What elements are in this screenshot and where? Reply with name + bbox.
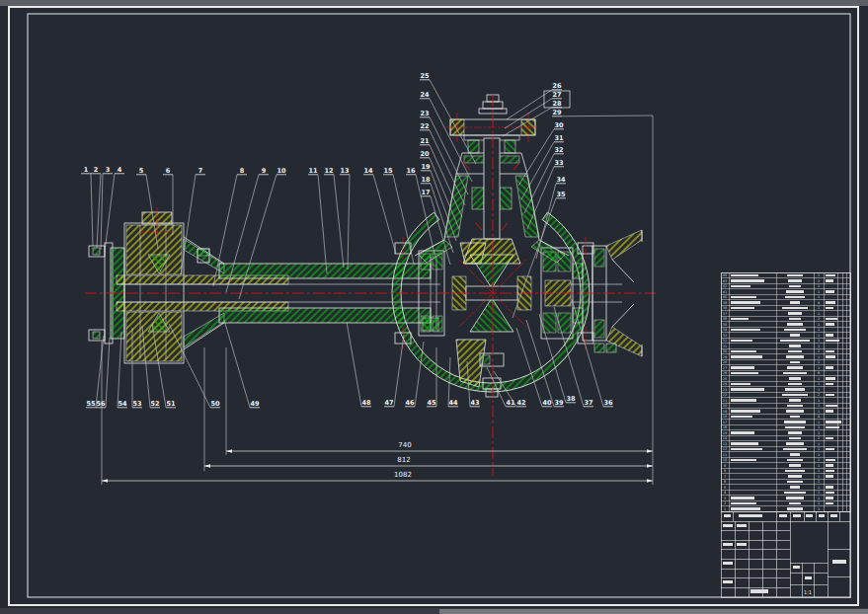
bom-row: 266: [723, 371, 820, 375]
svg-text:1: 1: [818, 425, 820, 429]
svg-text:35: 35: [723, 323, 727, 327]
bom-row: 251: [723, 377, 835, 381]
svg-text:14: 14: [363, 167, 373, 175]
svg-text:1: 1: [818, 464, 820, 468]
svg-text:12: 12: [723, 447, 727, 451]
svg-text:1: 1: [818, 491, 820, 495]
bom-row: 41: [724, 491, 834, 495]
bom-row: 111: [723, 453, 820, 457]
svg-text:23: 23: [420, 110, 429, 117]
svg-text:19: 19: [723, 410, 727, 414]
bom-row: 142: [723, 436, 833, 440]
bom-row: 351: [723, 323, 834, 327]
callout-47: 47: [384, 335, 404, 407]
svg-text:740: 740: [398, 441, 411, 449]
svg-text:23: 23: [723, 388, 727, 392]
svg-text:1: 1: [818, 404, 820, 408]
bom-row: 321: [723, 339, 839, 343]
svg-text:1: 1: [818, 497, 820, 500]
svg-text:49: 49: [250, 400, 260, 408]
svg-text:4: 4: [118, 166, 122, 174]
pinion-tower-section: [415, 95, 569, 264]
svg-text:9: 9: [262, 167, 267, 175]
svg-text:31: 31: [554, 134, 564, 142]
svg-text:1: 1: [818, 355, 820, 359]
svg-text:1: 1: [818, 290, 820, 294]
svg-text:24: 24: [420, 91, 430, 99]
svg-text:3: 3: [106, 166, 111, 174]
svg-text:1: 1: [818, 399, 820, 403]
svg-text:40: 40: [542, 399, 552, 407]
svg-text:37: 37: [723, 312, 727, 316]
svg-text:1: 1: [818, 469, 820, 473]
svg-text:4: 4: [724, 491, 726, 495]
bom-row: 381: [723, 306, 833, 310]
svg-text:1082: 1082: [394, 471, 412, 479]
svg-text:26: 26: [723, 371, 727, 375]
scale-value: 1:1: [804, 589, 812, 595]
svg-text:10: 10: [723, 458, 727, 462]
bom-row: 81: [724, 469, 834, 473]
svg-text:34: 34: [723, 328, 727, 332]
svg-text:29: 29: [723, 355, 727, 359]
svg-text:25: 25: [420, 72, 430, 80]
bom-row: 91: [724, 464, 833, 468]
svg-text:45: 45: [427, 399, 436, 407]
svg-text:37: 37: [584, 399, 592, 407]
svg-text:56: 56: [96, 400, 106, 408]
svg-text:812: 812: [397, 456, 410, 464]
svg-text:34: 34: [556, 176, 566, 184]
svg-text:2: 2: [818, 349, 820, 353]
bom-row: 291: [723, 355, 835, 359]
svg-text:5: 5: [724, 486, 726, 490]
svg-text:16: 16: [723, 425, 727, 429]
svg-text:17: 17: [723, 421, 727, 424]
cad-viewport[interactable]: 7408121082 12345678910111213141516171819…: [0, 0, 868, 614]
bom-row: 222: [723, 393, 834, 397]
svg-text:1: 1: [724, 507, 726, 511]
svg-text:30: 30: [723, 349, 727, 353]
svg-text:1: 1: [818, 442, 820, 446]
svg-text:41: 41: [723, 290, 727, 294]
title-block: 1:1: [721, 511, 850, 597]
bom-row: 161: [723, 425, 839, 429]
bom-row: 302: [723, 349, 834, 353]
svg-text:1: 1: [818, 323, 820, 327]
svg-text:1: 1: [818, 339, 820, 343]
svg-text:12: 12: [324, 167, 333, 175]
svg-text:15: 15: [723, 431, 727, 435]
cad-canvas[interactable]: 7408121082 12345678910111213141516171819…: [0, 0, 868, 614]
svg-text:25: 25: [723, 377, 727, 381]
bom-row: 131: [723, 442, 820, 446]
svg-text:1: 1: [818, 328, 820, 332]
bom-row: 394: [723, 301, 835, 305]
svg-text:13: 13: [723, 442, 727, 446]
svg-text:21: 21: [420, 137, 430, 145]
svg-text:2: 2: [818, 436, 820, 440]
svg-text:1: 1: [818, 507, 820, 511]
svg-text:51: 51: [166, 400, 176, 408]
callout-14: 14: [363, 167, 396, 254]
bom-row: 362: [723, 317, 837, 321]
svg-text:54: 54: [118, 400, 127, 408]
svg-text:33: 33: [723, 334, 727, 338]
svg-text:1: 1: [818, 486, 820, 490]
svg-text:6: 6: [818, 371, 820, 375]
bom-row: 432: [723, 279, 833, 283]
svg-text:48: 48: [361, 399, 371, 407]
callout-55: 55: [86, 336, 104, 408]
svg-text:7: 7: [198, 167, 203, 175]
svg-text:28: 28: [723, 360, 727, 364]
svg-text:5: 5: [139, 167, 144, 175]
svg-text:42: 42: [723, 284, 727, 288]
svg-text:53: 53: [132, 400, 141, 408]
svg-text:38: 38: [566, 395, 576, 403]
svg-text:1: 1: [818, 284, 820, 288]
bom-row: 401: [723, 295, 820, 299]
horizontal-scrollbar-thumb[interactable]: [439, 609, 868, 614]
svg-text:14: 14: [723, 436, 727, 440]
svg-text:1: 1: [818, 366, 820, 370]
bom-row: 31: [724, 497, 833, 500]
svg-text:1: 1: [818, 453, 820, 457]
bom-row: 421: [723, 284, 820, 288]
